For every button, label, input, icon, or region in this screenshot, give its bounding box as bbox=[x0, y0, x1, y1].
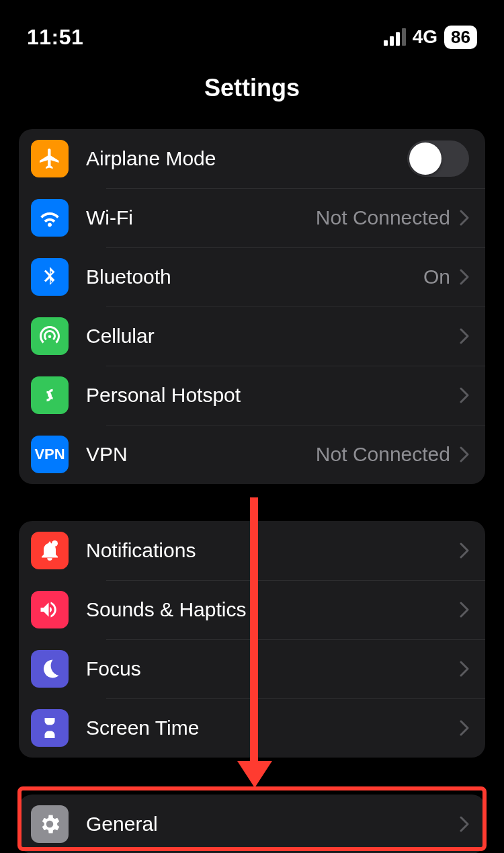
connectivity-group: Airplane Mode Wi-Fi Not Connected Blueto… bbox=[19, 129, 485, 484]
general-group: General bbox=[19, 795, 485, 853]
chevron-right-icon bbox=[460, 661, 469, 677]
airplane-icon bbox=[31, 140, 69, 177]
vpn-icon: VPN bbox=[31, 436, 69, 473]
general-row[interactable]: General bbox=[19, 795, 485, 853]
notifications-icon bbox=[31, 532, 69, 569]
chevron-right-icon bbox=[460, 328, 469, 344]
notifications-label: Notifications bbox=[86, 539, 460, 562]
general-label: General bbox=[86, 813, 460, 836]
wifi-label: Wi-Fi bbox=[86, 206, 316, 229]
screentime-icon bbox=[31, 709, 69, 747]
svg-point-0 bbox=[52, 540, 58, 546]
sounds-icon bbox=[31, 591, 69, 628]
vpn-label: VPN bbox=[86, 443, 316, 466]
chevron-right-icon bbox=[460, 816, 469, 832]
chevron-right-icon bbox=[460, 210, 469, 226]
hotspot-row[interactable]: Personal Hotspot bbox=[19, 366, 485, 425]
sounds-label: Sounds & Haptics bbox=[86, 598, 460, 621]
bluetooth-label: Bluetooth bbox=[86, 266, 423, 288]
chevron-right-icon bbox=[460, 720, 469, 736]
hotspot-icon bbox=[31, 376, 69, 414]
cellular-icon bbox=[31, 317, 69, 355]
focus-icon bbox=[31, 650, 69, 688]
battery-indicator: 86 bbox=[444, 26, 477, 49]
cellular-label: Cellular bbox=[86, 325, 460, 348]
airplane-mode-row[interactable]: Airplane Mode bbox=[19, 129, 485, 188]
airplane-mode-label: Airplane Mode bbox=[86, 147, 407, 170]
chevron-right-icon bbox=[460, 542, 469, 559]
wifi-row[interactable]: Wi-Fi Not Connected bbox=[19, 188, 485, 247]
annotation-arrow-head bbox=[237, 761, 272, 788]
page-header: Settings bbox=[0, 54, 504, 122]
status-bar: 11:51 4G 86 bbox=[0, 0, 504, 54]
vpn-row[interactable]: VPN VPN Not Connected bbox=[19, 425, 485, 484]
cellular-row[interactable]: Cellular bbox=[19, 307, 485, 366]
page-title: Settings bbox=[0, 74, 504, 102]
status-time: 11:51 bbox=[27, 25, 83, 50]
screentime-label: Screen Time bbox=[86, 717, 460, 739]
bluetooth-row[interactable]: Bluetooth On bbox=[19, 247, 485, 307]
toggle-knob bbox=[409, 143, 442, 175]
chevron-right-icon bbox=[460, 602, 469, 618]
general-icon bbox=[31, 805, 69, 843]
chevron-right-icon bbox=[460, 446, 469, 462]
status-right: 4G 86 bbox=[384, 26, 477, 49]
bluetooth-value: On bbox=[423, 266, 450, 288]
airplane-mode-toggle[interactable] bbox=[407, 140, 469, 177]
chevron-right-icon bbox=[460, 269, 469, 285]
hotspot-label: Personal Hotspot bbox=[86, 384, 460, 407]
cellular-signal-icon bbox=[384, 28, 406, 46]
network-type-label: 4G bbox=[413, 26, 437, 48]
bluetooth-icon bbox=[31, 258, 69, 296]
vpn-icon-text: VPN bbox=[34, 446, 65, 463]
wifi-value: Not Connected bbox=[316, 206, 450, 229]
vpn-value: Not Connected bbox=[316, 443, 450, 466]
annotation-arrow-shaft bbox=[250, 497, 258, 766]
focus-label: Focus bbox=[86, 657, 460, 680]
chevron-right-icon bbox=[460, 387, 469, 403]
settings-screen: 11:51 4G 86 Settings Airplane Mode bbox=[0, 0, 504, 853]
wifi-icon bbox=[31, 199, 69, 237]
